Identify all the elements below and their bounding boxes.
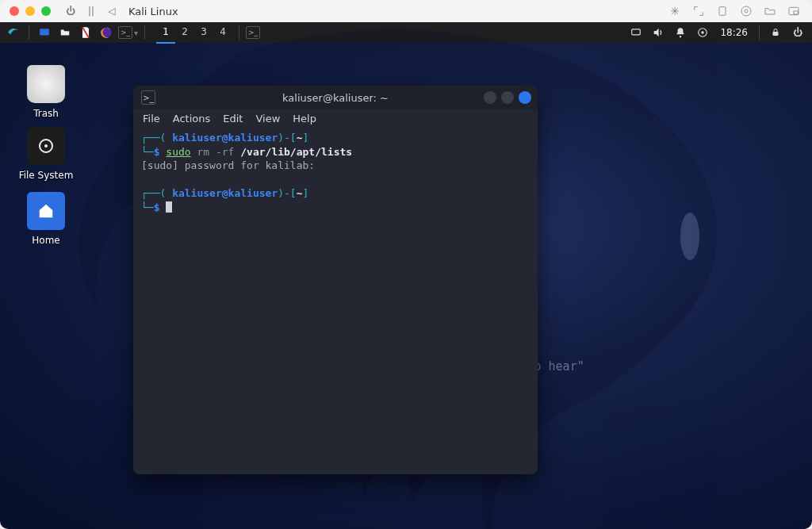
terminal-cursor — [166, 201, 172, 213]
terminal-menu-help[interactable]: Help — [293, 113, 316, 125]
prompt-host: kaliuser — [228, 132, 278, 144]
desktop-home[interactable]: Home — [14, 192, 78, 246]
disk-icon — [27, 127, 65, 165]
top-panel: >_ ▾ 1 2 3 4 >_ 18:26 ⏻ — [0, 22, 812, 43]
minimize-window-button[interactable] — [25, 6, 35, 16]
terminal-minimize-button[interactable] — [484, 91, 496, 104]
desktop-trash[interactable]: Trash — [14, 65, 78, 119]
desktop-file-system[interactable]: File System — [14, 127, 78, 181]
back-icon[interactable]: ◁ — [105, 6, 119, 17]
taskbar-firefox-icon[interactable] — [98, 25, 115, 40]
svg-point-5 — [680, 213, 699, 260]
running-terminal-icon[interactable]: >_ — [246, 26, 260, 39]
terminal-maximize-button[interactable] — [501, 91, 514, 104]
prompt-user: kaliuser — [172, 132, 222, 144]
prompt-cwd: ~ — [297, 132, 303, 144]
cmd-target: /var/lib/apt/lists — [240, 146, 352, 158]
terminal-window[interactable]: >_ kaliuser@kaliuser: ~ File Actions Edi… — [133, 86, 538, 474]
desktop-icon-label: Home — [14, 235, 78, 246]
prompt-host-2: kaliuser — [228, 187, 278, 199]
workspace-2[interactable]: 2 — [175, 22, 194, 44]
lock-icon[interactable] — [766, 27, 785, 38]
prompt-cwd-2: ~ — [297, 187, 303, 199]
sudo-password-line: [sudo] password for kalilab: — [141, 159, 315, 171]
workspace-4[interactable]: 4 — [213, 22, 232, 44]
pause-icon[interactable]: || — [84, 6, 98, 17]
volume-icon[interactable] — [649, 26, 668, 39]
workspace-3[interactable]: 3 — [194, 22, 213, 44]
power-icon[interactable]: ⏻ — [63, 6, 78, 17]
terminal-app-icon: >_ — [141, 90, 155, 105]
terminal-close-button[interactable] — [519, 91, 531, 104]
svg-rect-12 — [773, 32, 779, 36]
screen-icon[interactable] — [626, 27, 645, 38]
host-titlebar: ⏻ || ◁ Kali Linux ✳ — [0, 0, 812, 22]
svg-point-11 — [702, 31, 705, 34]
picture-in-picture-icon[interactable] — [785, 2, 802, 20]
svg-rect-8 — [632, 29, 641, 35]
workspace-switcher: 1 2 3 4 — [156, 22, 232, 44]
terminal-menu-actions[interactable]: Actions — [173, 113, 211, 125]
terminal-menu-edit[interactable]: Edit — [223, 113, 243, 125]
taskbar-files-icon[interactable] — [56, 25, 74, 40]
taskbar-terminal-icon[interactable]: >_ — [118, 26, 132, 39]
settings-gear-icon[interactable] — [737, 2, 755, 20]
terminal-menu-view[interactable]: View — [255, 113, 280, 125]
svg-rect-4 — [794, 11, 798, 14]
host-window-title: Kali Linux — [128, 6, 178, 17]
kali-desktop: KALI LINUX "the quieter you become, the … — [0, 22, 812, 529]
terminal-title: kaliuser@kaliuser: ~ — [133, 92, 538, 104]
svg-point-1 — [745, 10, 748, 13]
cmd-flags: rm -rf — [197, 146, 234, 158]
desktop-icon-label: File System — [14, 170, 78, 181]
chevron-down-icon[interactable]: ▾ — [134, 29, 138, 37]
panel-clock[interactable]: 18:26 — [720, 27, 748, 38]
record-icon[interactable] — [693, 27, 712, 38]
prompt-user-2: kaliuser — [172, 187, 222, 199]
svg-rect-6 — [40, 29, 49, 35]
device-window-icon[interactable] — [714, 2, 731, 20]
home-folder-icon — [27, 192, 65, 230]
kali-menu-icon[interactable] — [5, 25, 22, 40]
enter-fullscreen-icon[interactable] — [690, 2, 707, 20]
terminal-menu-file[interactable]: File — [143, 113, 160, 125]
power-menu-icon[interactable]: ⏻ — [788, 27, 807, 38]
folder-icon[interactable] — [761, 2, 779, 20]
desktop-icon-label: Trash — [14, 108, 78, 119]
maximize-window-button[interactable] — [41, 6, 51, 16]
workspace-1[interactable]: 1 — [156, 22, 175, 44]
terminal-window-buttons — [484, 91, 531, 104]
traffic-lights — [10, 6, 51, 16]
svg-rect-0 — [719, 7, 726, 16]
svg-point-9 — [680, 36, 681, 37]
taskbar-desktop-icon[interactable] — [36, 25, 53, 40]
svg-point-2 — [741, 6, 751, 16]
terminal-menubar: File Actions Edit View Help — [133, 109, 538, 128]
trash-icon — [27, 65, 65, 103]
taskbar-text-editor-icon[interactable] — [77, 25, 94, 40]
cmd-sudo: sudo — [166, 146, 190, 158]
notifications-icon[interactable] — [671, 26, 690, 39]
close-window-button[interactable] — [10, 6, 19, 16]
terminal-titlebar[interactable]: >_ kaliuser@kaliuser: ~ — [133, 86, 538, 109]
brightness-icon[interactable]: ✳ — [666, 2, 684, 20]
svg-point-14 — [44, 144, 48, 148]
terminal-body[interactable]: ┌──( kaliuser@kaliuser)-[~] └─$ sudo rm … — [133, 128, 538, 474]
